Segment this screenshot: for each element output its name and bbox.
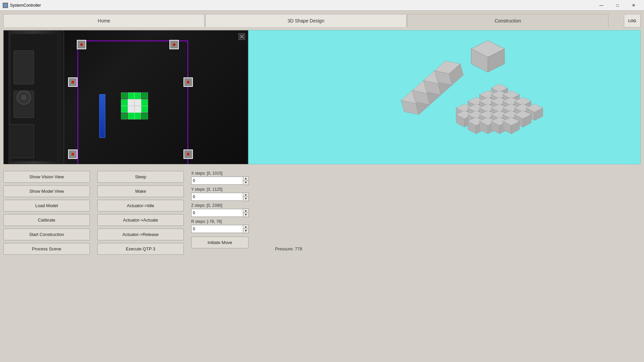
image-row: [3, 30, 641, 164]
process-scene-button[interactable]: Process Scene: [3, 243, 90, 255]
y-spin-buttons: ▲ ▼: [243, 192, 249, 201]
svg-rect-12: [128, 99, 135, 106]
actuator-actuate-button[interactable]: Actuator->Actuate: [97, 214, 184, 226]
content-area: Show Vision View Show Model View Load Mo…: [0, 27, 644, 362]
corner-marker-br: [183, 149, 193, 159]
corner-marker-ml: [68, 77, 77, 87]
r-spin-buttons: ▲ ▼: [243, 225, 249, 233]
svg-rect-3: [14, 51, 34, 84]
tab-construction[interactable]: Construction: [407, 14, 608, 27]
corner-marker-tl: [77, 40, 86, 49]
r-decrement-button[interactable]: ▼: [243, 229, 249, 233]
svg-rect-18: [141, 106, 148, 113]
movement-controls: X steps: [0, 1015] ▲ ▼ Y steps: [0, 1125…: [191, 171, 255, 255]
pressure-display: Pressure: 778: [275, 246, 302, 255]
y-step-row: Y steps: [0, 1125] ▲ ▼: [191, 187, 255, 201]
svg-rect-11: [121, 99, 128, 106]
camera-indicator: [238, 33, 245, 40]
model-svg: [249, 31, 640, 164]
svg-rect-21: [121, 93, 127, 99]
right-button-column: Sleep Wake Actuator->Idle Actuator->Actu…: [97, 171, 184, 255]
svg-rect-1: [4, 4, 7, 7]
camera-background: [4, 31, 248, 164]
svg-rect-9: [128, 93, 135, 99]
x-spin-buttons: ▲ ▼: [243, 176, 249, 185]
center-object: [118, 89, 155, 126]
z-spin-buttons: ▲ ▼: [243, 208, 249, 217]
z-step-row: Z steps: [0, 2390] ▲ ▼: [191, 203, 255, 217]
corner-marker-bl: [68, 149, 77, 159]
y-increment-button[interactable]: ▲: [243, 193, 249, 197]
y-steps-input[interactable]: [191, 193, 243, 201]
x-steps-label: X steps: [0, 1015]: [191, 171, 255, 176]
minimize-button[interactable]: —: [594, 0, 609, 11]
z-steps-label: Z steps: [0, 2390]: [191, 203, 255, 208]
actuator-release-button[interactable]: Actuator->Release: [97, 229, 184, 240]
y-input-row: ▲ ▼: [191, 192, 255, 201]
z-steps-input[interactable]: [191, 209, 243, 217]
svg-rect-13: [135, 99, 141, 106]
svg-rect-10: [135, 93, 141, 99]
titlebar: SystemController — □ ✕: [0, 0, 644, 11]
corner-marker-bml: [92, 164, 102, 164]
svg-rect-14: [141, 99, 148, 106]
svg-rect-24: [142, 113, 148, 119]
svg-rect-17: [135, 106, 141, 113]
left-machinery: [4, 31, 64, 164]
model-view: [248, 30, 641, 164]
camera-view: [3, 30, 248, 164]
start-construction-button[interactable]: Start Construction: [3, 229, 90, 240]
svg-point-7: [21, 95, 26, 100]
load-model-button[interactable]: Load Model: [3, 200, 90, 212]
actuator-idle-button[interactable]: Actuator->Idle: [97, 200, 184, 212]
x-input-row: ▲ ▼: [191, 176, 255, 185]
z-decrement-button[interactable]: ▼: [243, 213, 249, 217]
execute-qtp3-button[interactable]: Execute QTP 3: [97, 243, 184, 255]
r-steps-input[interactable]: [191, 225, 243, 233]
x-step-row: X steps: [0, 1015] ▲ ▼: [191, 171, 255, 185]
x-steps-input[interactable]: [191, 177, 243, 185]
z-input-row: ▲ ▼: [191, 208, 255, 217]
svg-rect-22: [142, 93, 148, 99]
nav-tabs: Home 3D Shape Design Construction LOG: [0, 11, 644, 27]
svg-rect-23: [121, 113, 127, 119]
svg-rect-5: [7, 124, 34, 158]
y-decrement-button[interactable]: ▼: [243, 197, 249, 201]
svg-rect-16: [128, 106, 135, 113]
maximize-button[interactable]: □: [610, 0, 625, 11]
wake-button[interactable]: Wake: [97, 185, 184, 197]
close-button[interactable]: ✕: [626, 0, 641, 11]
app-title: SystemController: [10, 3, 594, 8]
svg-rect-8: [4, 31, 9, 164]
svg-rect-19: [128, 113, 135, 119]
initiate-move-button[interactable]: Initiate Move: [191, 237, 249, 248]
r-input-row: ▲ ▼: [191, 225, 255, 233]
corner-marker-tr: [169, 40, 179, 49]
pressure-label: Pressure: 778: [275, 246, 302, 251]
app-icon: [3, 3, 8, 8]
left-button-column: Show Vision View Show Model View Load Mo…: [3, 171, 91, 255]
corner-marker-mr: [183, 77, 193, 87]
z-increment-button[interactable]: ▲: [243, 209, 249, 213]
log-button[interactable]: LOG: [624, 14, 641, 27]
app-window: Home 3D Shape Design Construction LOG: [0, 11, 644, 362]
window-controls: — □ ✕: [594, 0, 641, 11]
svg-rect-20: [135, 113, 141, 119]
svg-rect-15: [121, 106, 128, 113]
show-model-view-button[interactable]: Show Model View: [3, 185, 90, 197]
sleep-button[interactable]: Sleep: [97, 171, 184, 183]
r-increment-button[interactable]: ▲: [243, 225, 249, 229]
tab-home[interactable]: Home: [3, 14, 205, 27]
blue-arm: [99, 94, 105, 138]
r-step-row: R steps: [-78, 78] ▲ ▼: [191, 219, 255, 233]
r-steps-label: R steps: [-78, 78]: [191, 219, 255, 224]
calibrate-button[interactable]: Calibrate: [3, 214, 90, 226]
y-steps-label: Y steps: [0, 1125]: [191, 187, 255, 192]
controls-row: Show Vision View Show Model View Load Mo…: [3, 168, 641, 258]
tab-3d-shape-design[interactable]: 3D Shape Design: [205, 14, 407, 27]
corner-marker-bmr: [168, 164, 177, 164]
x-decrement-button[interactable]: ▼: [243, 181, 249, 185]
x-increment-button[interactable]: ▲: [243, 177, 249, 181]
show-vision-view-button[interactable]: Show Vision View: [3, 171, 90, 183]
